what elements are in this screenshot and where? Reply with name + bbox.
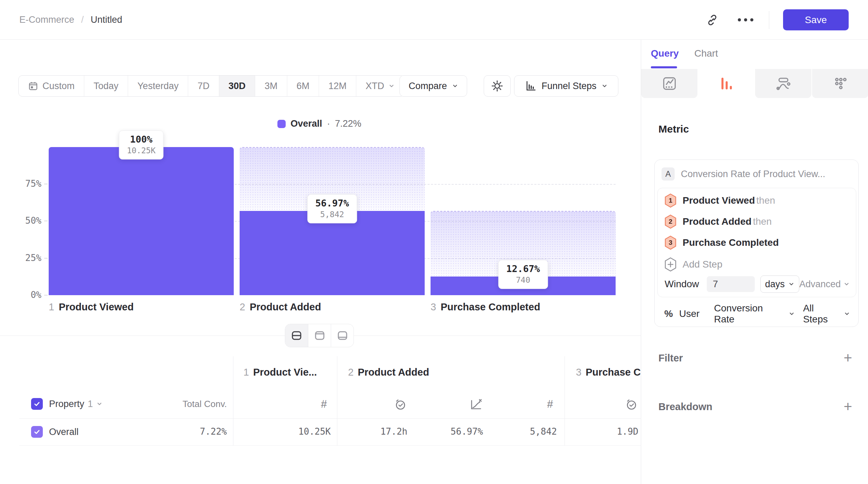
more-menu-button[interactable] [736,10,755,30]
y-tick-50: 50% [12,215,41,226]
cell-step2-time: 17.2h [380,426,407,437]
advanced-toggle[interactable]: Advanced [799,279,850,290]
add-filter-button[interactable]: + [843,351,852,365]
filter-section: Filter + [658,350,852,366]
chart-type-retention-tab[interactable] [812,69,868,98]
x-label-step3: 3Purchase Completed [431,301,540,313]
date-range-3m[interactable]: 3M [255,76,287,96]
date-range-6m[interactable]: 6M [287,76,319,96]
select-all-checkbox[interactable] [31,398,43,410]
top-panel-view-icon [314,329,326,342]
insights-chart-icon [662,76,677,91]
metric-badge: A [662,167,675,181]
chart-type-flow-tab[interactable] [755,69,811,98]
y-tickmark [44,221,48,221]
x-label-step1: 1Product Viewed [49,301,134,313]
layout-table-only-button[interactable] [331,324,354,347]
window-value-input[interactable] [707,276,755,292]
date-range-today[interactable]: Today [84,76,128,96]
measure-scope-select[interactable]: All Steps [803,303,850,325]
save-button[interactable]: Save [783,9,849,30]
layout-split-button[interactable] [285,324,308,347]
chart-type-strip [641,69,868,98]
ellipsis-icon [738,18,753,21]
metric-card: A Conversion Rate of Product View... 1 P… [654,159,859,327]
date-range-xtd[interactable]: XTD [356,76,404,96]
table-group-step2: 2Product Added [348,367,429,378]
uniques-column-header[interactable]: # [317,397,331,411]
date-range-30d[interactable]: 30D [219,76,255,96]
time-to-convert-column-header[interactable] [394,397,407,411]
row-checkbox-overall[interactable] [31,426,43,438]
cell-step1-uniques: 10.25K [298,426,331,437]
tab-chart[interactable]: Chart [694,46,718,61]
funnel-bar-step1[interactable]: 100% 10.25K [49,147,234,295]
breadcrumb-separator: / [81,14,84,25]
time-to-convert-column-header[interactable] [625,397,638,411]
conversion-chart-icon [470,398,483,411]
table-column-divider [337,356,337,445]
metric-title-row[interactable]: A Conversion Rate of Product View... [662,167,825,181]
breadcrumb: E-Commerce / Untitled [19,0,122,40]
chart-type-insights-tab[interactable] [641,69,697,98]
metric-title: Conversion Rate of Product View... [681,169,825,180]
cell-step2-conv: 56.97% [451,426,483,437]
top-bar: E-Commerce / Untitled Save [0,0,868,40]
chevron-down-icon [788,281,794,287]
funnel-chart-icon [525,80,537,92]
step-row-2[interactable]: 2 Product Addedthen [664,211,850,232]
breadcrumb-project[interactable]: E-Commerce [19,14,74,25]
clock-check-icon [625,398,638,411]
date-range-yesterday[interactable]: Yesterday [128,76,188,96]
filter-heading: Filter [658,352,683,364]
active-tab-underline [651,66,677,68]
property-column-header[interactable]: Property 1 [49,398,103,410]
funnel-bar-step2[interactable]: 56.97% 5,842 [240,147,425,295]
step-row-1[interactable]: 1 Product Viewedthen [664,190,850,211]
date-range-12m[interactable]: 12M [319,76,356,96]
table-row-name[interactable]: Overall [49,426,79,438]
step-hexagon-badge: 3 [664,235,677,250]
uniques-column-header[interactable]: # [543,397,557,411]
funnel-bar-step3[interactable]: 12.67% 740 [431,147,616,295]
x-label-step2: 2Product Added [240,301,321,313]
main-panel: Custom Today Yesterday 7D 30D 3M 6M 12M … [0,40,641,484]
measure-entity-select[interactable]: User [679,308,700,319]
chart-settings-button[interactable] [484,75,511,97]
add-breakdown-button[interactable]: + [843,399,852,414]
chevron-down-icon [843,281,850,287]
share-link-button[interactable] [703,10,722,30]
window-label: Window [665,279,699,290]
chevron-down-icon [96,401,103,407]
hash-icon: # [321,398,327,410]
compare-label: Compare [408,81,447,91]
window-unit-select[interactable]: days [760,275,799,293]
conversion-rate-column-header[interactable] [469,397,483,411]
step-hexagon-badge: 1 [664,193,677,208]
view-selector-button[interactable]: Funnel Steps [514,75,618,97]
tab-query[interactable]: Query [651,46,679,61]
breadcrumb-title[interactable]: Untitled [91,14,123,25]
date-range-custom[interactable]: Custom [19,76,84,96]
chart-type-funnel-tab[interactable] [698,69,754,98]
bottom-panel-view-icon [336,329,349,342]
legend-label: Overall [290,118,322,129]
legend-swatch [277,120,286,128]
percent-icon: % [664,308,673,319]
total-conv-header[interactable]: Total Conv. [183,399,227,409]
chart-legend[interactable]: Overall · 7.22% [277,118,361,129]
table-group-step1: 1Product Vie... [243,367,317,378]
step-row-3[interactable]: 3 Purchase Completed [664,232,850,253]
compare-button[interactable]: Compare [399,75,467,97]
add-step-button[interactable]: Add Step [664,254,850,275]
link-icon [706,14,718,26]
funnel-steps-icon [718,76,734,91]
date-range-7d[interactable]: 7D [188,76,219,96]
add-step-hexagon-icon [664,257,677,272]
measure-type-select[interactable]: Conversion Rate [714,303,795,325]
clock-check-icon [394,398,407,411]
layout-chart-only-button[interactable] [308,324,331,347]
chevron-down-icon [388,83,395,89]
table-group-step3: 3Purchase C [576,367,641,378]
bar-value-tooltip-step1: 100% 10.25K [119,130,163,159]
